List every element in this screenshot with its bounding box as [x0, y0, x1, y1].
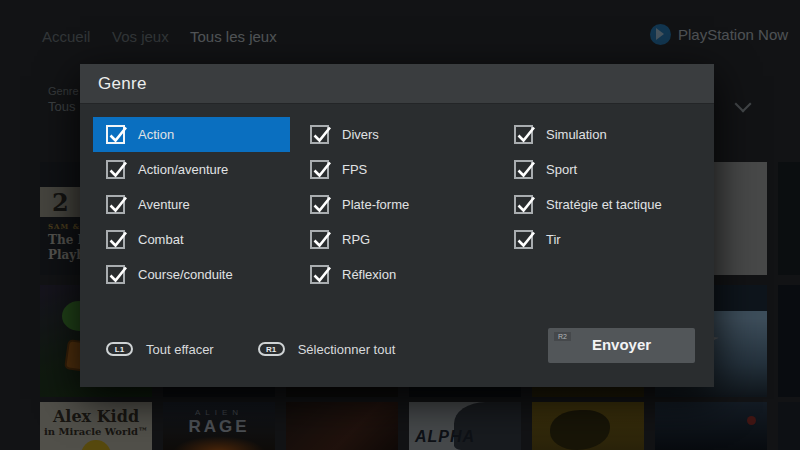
playstation-now-screen: Accueil Vos jeux Tous les jeux PlayStati… — [0, 0, 800, 450]
checkmark-icon — [311, 159, 331, 179]
genre-checkbox-item[interactable]: Plate-forme — [297, 187, 494, 222]
genre-checkbox-item[interactable]: Tir — [501, 222, 698, 257]
checkmark-icon — [515, 194, 535, 214]
r1-button-icon: R1 — [258, 342, 285, 356]
genre-label: Action — [138, 127, 174, 142]
genre-checkbox-grid: Action Action/aventure Aventure — [93, 117, 698, 292]
checkbox[interactable] — [514, 230, 533, 249]
checkmark-icon — [311, 194, 331, 214]
checkmark-icon — [515, 159, 535, 179]
genre-label: FPS — [342, 162, 367, 177]
checkbox[interactable] — [310, 265, 329, 284]
checkmark-icon — [311, 229, 331, 249]
genre-checkbox-item[interactable]: FPS — [297, 152, 494, 187]
checkbox[interactable] — [514, 160, 533, 179]
genre-checkbox-item[interactable]: Divers — [297, 117, 494, 152]
genre-label: Plate-forme — [342, 197, 409, 212]
genre-label: Réflexion — [342, 267, 396, 282]
genre-label: RPG — [342, 232, 370, 247]
checkbox[interactable] — [310, 195, 329, 214]
checkbox[interactable] — [106, 195, 125, 214]
checkbox[interactable] — [106, 265, 125, 284]
genre-label: Simulation — [546, 127, 607, 142]
genre-label: Divers — [342, 127, 379, 142]
genre-label: Aventure — [138, 197, 190, 212]
checkmark-icon — [107, 264, 127, 284]
genre-label: Combat — [138, 232, 184, 247]
genre-label: Tir — [546, 232, 561, 247]
genre-label: Stratégie et tactique — [546, 197, 662, 212]
checkbox[interactable] — [310, 125, 329, 144]
clear-all-label: Tout effacer — [146, 342, 214, 357]
clear-all-action[interactable]: L1 Tout effacer — [106, 342, 214, 357]
genre-checkbox-item[interactable]: Stratégie et tactique — [501, 187, 698, 222]
select-all-label: Sélectionner tout — [298, 342, 396, 357]
checkbox[interactable] — [514, 195, 533, 214]
genre-checkbox-item[interactable]: Action/aventure — [93, 152, 290, 187]
l1-button-icon: L1 — [106, 342, 133, 356]
genre-checkbox-item[interactable]: Course/conduite — [93, 257, 290, 292]
checkmark-icon — [107, 194, 127, 214]
genre-label: Sport — [546, 162, 577, 177]
checkmark-icon — [311, 264, 331, 284]
checkmark-icon — [107, 229, 127, 249]
genre-checkbox-item[interactable]: Simulation — [501, 117, 698, 152]
submit-button[interactable]: R2 Envoyer — [548, 328, 695, 363]
checkbox[interactable] — [106, 160, 125, 179]
genre-checkbox-item[interactable]: RPG — [297, 222, 494, 257]
dialog-shortcuts: L1 Tout effacer R1 Sélectionner tout — [106, 340, 395, 358]
checkbox[interactable] — [310, 230, 329, 249]
checkmark-icon — [515, 229, 535, 249]
genre-checkbox-item[interactable]: Combat — [93, 222, 290, 257]
checkmark-icon — [107, 124, 127, 144]
dialog-header: Genre — [80, 64, 714, 104]
checkbox[interactable] — [106, 125, 125, 144]
checkbox[interactable] — [106, 230, 125, 249]
genre-checkbox-item[interactable]: Sport — [501, 152, 698, 187]
genre-checkbox-item[interactable]: Action — [93, 117, 290, 152]
genre-label: Course/conduite — [138, 267, 233, 282]
genre-checkbox-item[interactable]: Réflexion — [297, 257, 494, 292]
checkbox[interactable] — [310, 160, 329, 179]
genre-filter-dialog: Genre Action Action/av — [80, 64, 714, 387]
select-all-action[interactable]: R1 Sélectionner tout — [258, 342, 396, 357]
checkmark-icon — [311, 124, 331, 144]
genre-checkbox-item[interactable]: Aventure — [93, 187, 290, 222]
checkbox[interactable] — [514, 125, 533, 144]
checkmark-icon — [515, 124, 535, 144]
genre-label: Action/aventure — [138, 162, 228, 177]
checkmark-icon — [107, 159, 127, 179]
submit-label: Envoyer — [548, 336, 695, 353]
dialog-title: Genre — [98, 74, 147, 94]
